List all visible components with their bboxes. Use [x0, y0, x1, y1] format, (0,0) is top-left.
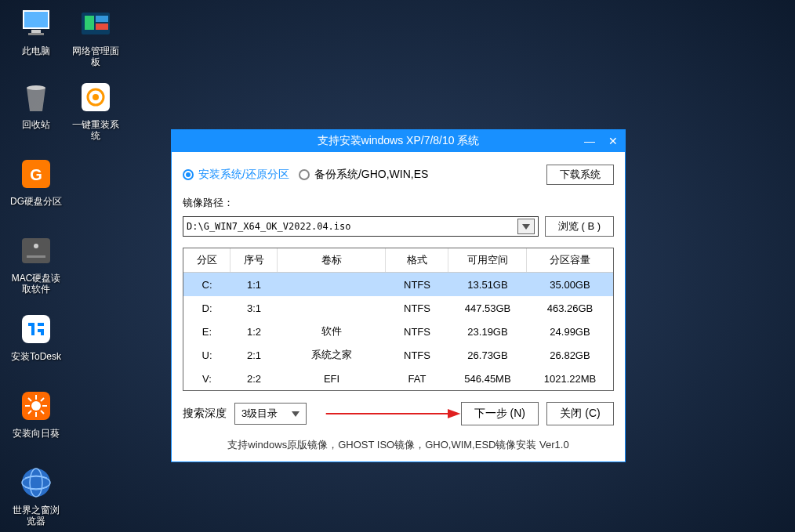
- svg-rect-6: [22, 238, 50, 263]
- desktop-icon-network-panel[interactable]: 网络管理面板: [69, 5, 122, 67]
- table-cell: 546.45MB: [448, 373, 527, 385]
- table-cell: 1021.22MB: [527, 373, 613, 385]
- combo-arrow-button[interactable]: [517, 219, 535, 234]
- desktop-icon-browser[interactable]: 世界之窗浏览器: [9, 464, 63, 527]
- desktop-icon-todesk[interactable]: 安装ToDesk: [9, 310, 63, 362]
- table-cell: U:: [183, 349, 231, 361]
- table-cell: NTFS: [386, 279, 448, 291]
- globe-icon: [17, 464, 55, 501]
- desktop-icon-reinstall[interactable]: 一键重装系统: [69, 78, 122, 141]
- todesk-icon: [17, 310, 55, 348]
- table-header: 分区 序号 卷标 格式 可用空间 分区容量: [183, 248, 613, 273]
- table-cell: 软件: [278, 324, 386, 338]
- table-cell: 463.26GB: [527, 302, 613, 314]
- table-cell: D:: [183, 302, 231, 314]
- desktop-icon-sunflower[interactable]: 安装向日葵: [9, 387, 63, 439]
- network-panel-icon: [77, 5, 114, 42]
- svg-rect-24: [85, 16, 94, 30]
- dg-icon: G: [17, 155, 55, 193]
- table-cell: 23.19GB: [448, 326, 527, 338]
- desktop-icon-recycle-bin[interactable]: 回收站: [9, 78, 63, 130]
- svg-point-20: [22, 469, 50, 497]
- reinstall-icon: [77, 78, 114, 116]
- chevron-down-icon: [522, 224, 530, 230]
- table-cell: 2:2: [231, 373, 278, 385]
- svg-rect-9: [22, 315, 50, 343]
- svg-point-7: [34, 244, 38, 248]
- desktop-icon-this-pc[interactable]: 此电脑: [9, 5, 63, 56]
- radio-dot-icon: [183, 169, 194, 180]
- table-cell: EFI: [278, 373, 386, 385]
- image-path-label: 镜像路径：: [183, 196, 614, 210]
- table-cell: 26.73GB: [448, 349, 527, 361]
- table-cell: 13.51GB: [448, 279, 527, 291]
- table-cell: 2:1: [231, 349, 278, 361]
- table-cell: FAT: [386, 373, 448, 385]
- radio-dot-icon: [299, 169, 310, 180]
- footer-text: 支持windows原版镜像，GHOST ISO镜像，GHO,WIM,ESD镜像安…: [183, 430, 614, 455]
- recycle-bin-icon: [17, 78, 55, 116]
- sunflower-icon: [17, 387, 55, 425]
- browse-button[interactable]: 浏览 ( B ): [545, 216, 614, 237]
- titlebar[interactable]: 支持安装windows XP/7/8/10 系统 — ✕: [172, 130, 625, 152]
- table-cell: 26.82GB: [527, 349, 613, 361]
- svg-rect-8: [27, 255, 45, 258]
- table-cell: E:: [183, 326, 231, 338]
- table-body: C:1:1NTFS13.51GB35.00GBD:3:1NTFS447.53GB…: [183, 273, 613, 390]
- table-row[interactable]: D:3:1NTFS447.53GB463.26GB: [183, 296, 613, 320]
- svg-rect-0: [24, 11, 49, 28]
- table-row[interactable]: E:1:2软件NTFS23.19GB24.99GB: [183, 320, 613, 343]
- table-cell: 1:1: [231, 279, 278, 291]
- installer-window: 支持安装windows XP/7/8/10 系统 — ✕ 安装系统/还原分区 备…: [171, 129, 626, 462]
- radio-install-restore[interactable]: 安装系统/还原分区: [183, 168, 289, 182]
- table-cell: 3:1: [231, 302, 278, 314]
- table-cell: 系统之家: [278, 348, 386, 362]
- svg-rect-2: [28, 33, 44, 35]
- mac-disk-icon: [17, 232, 55, 270]
- svg-text:G: G: [30, 166, 42, 183]
- svg-marker-31: [448, 409, 460, 418]
- desktop-icon-dg-partition[interactable]: G DG硬盘分区: [9, 155, 63, 207]
- table-cell: 447.53GB: [448, 302, 527, 314]
- chevron-down-icon: [292, 411, 299, 417]
- svg-point-29: [93, 94, 99, 100]
- table-cell: C:: [183, 279, 231, 291]
- search-depth-select[interactable]: 3级目录: [234, 403, 307, 425]
- table-cell: NTFS: [386, 326, 448, 338]
- table-cell: 1:2: [231, 326, 278, 338]
- search-depth-label: 搜索深度: [183, 407, 227, 421]
- pc-icon: [17, 5, 55, 42]
- table-cell: V:: [183, 373, 231, 385]
- svg-rect-25: [96, 16, 108, 22]
- next-button[interactable]: 下一步 (N): [461, 402, 539, 425]
- minimize-button[interactable]: —: [578, 130, 601, 152]
- window-title: 支持安装windows XP/7/8/10 系统: [219, 134, 578, 148]
- svg-rect-1: [31, 30, 41, 33]
- table-cell: 24.99GB: [527, 326, 613, 338]
- download-button[interactable]: 下载系统: [546, 165, 614, 185]
- svg-rect-26: [96, 24, 108, 30]
- table-row[interactable]: C:1:1NTFS13.51GB35.00GB: [183, 273, 613, 296]
- table-cell: 35.00GB: [527, 279, 613, 291]
- svg-point-3: [27, 85, 45, 90]
- desktop-icon-mac-disk[interactable]: MAC硬盘读取软件: [9, 232, 63, 295]
- svg-point-11: [31, 401, 41, 411]
- annotation-arrow-icon: [322, 406, 460, 422]
- partition-table: 分区 序号 卷标 格式 可用空间 分区容量 C:1:1NTFS13.51GB35…: [183, 248, 614, 391]
- close-button[interactable]: 关闭 (C): [546, 402, 614, 425]
- table-cell: NTFS: [386, 349, 448, 361]
- image-path-combo[interactable]: D:\G_WIN7_X64_OK_V2022.04.iso: [183, 216, 539, 237]
- table-row[interactable]: V:2:2EFIFAT546.45MB1021.22MB: [183, 367, 613, 390]
- table-row[interactable]: U:2:1系统之家NTFS26.73GB26.82GB: [183, 343, 613, 367]
- close-x-button[interactable]: ✕: [601, 130, 625, 152]
- table-cell: NTFS: [386, 302, 448, 314]
- radio-backup[interactable]: 备份系统/GHO,WIN,ES: [299, 168, 428, 182]
